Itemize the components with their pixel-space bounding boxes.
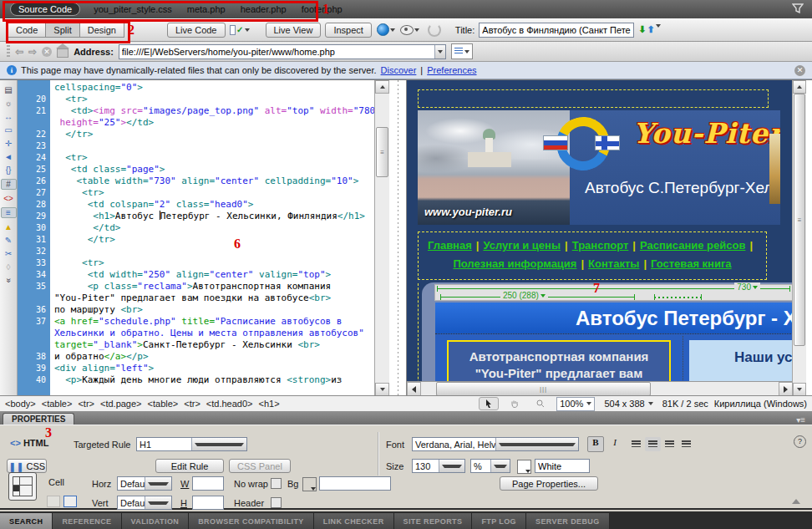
- select-tool-icon[interactable]: [479, 397, 499, 410]
- stop-icon[interactable]: ✕: [42, 47, 52, 57]
- scroll-down-icon[interactable]: [375, 383, 389, 396]
- results-tab-ftp-log[interactable]: FTP LOG: [472, 513, 526, 529]
- code-row[interactable]: 37<a href="schedule.php" title="Расписан…: [18, 316, 374, 328]
- page-properties-button[interactable]: Page Properties...: [500, 476, 598, 491]
- magnification-select[interactable]: 100%: [556, 397, 595, 411]
- tag-selector-item[interactable]: <td.head0>: [206, 399, 253, 409]
- promo-cell[interactable]: Автотранспортная компания "You-Piter" пр…: [447, 340, 671, 384]
- align-left-button[interactable]: [628, 437, 644, 451]
- tag-selector-item[interactable]: <body>: [5, 399, 36, 409]
- code-row[interactable]: height="25"></td>: [18, 117, 374, 129]
- text-color-swatch[interactable]: [517, 460, 531, 474]
- select-parent-tag-icon[interactable]: ◄: [2, 152, 16, 161]
- nav-link[interactable]: Главная: [428, 239, 472, 252]
- size-select[interactable]: 130: [412, 459, 465, 473]
- code-row[interactable]: 20 <tr>: [18, 94, 374, 105]
- tag-selector-item[interactable]: <table>: [42, 399, 73, 409]
- code-row[interactable]: 29 <h1>Автобус Петербург - Хельсинки, Фи…: [18, 211, 374, 222]
- scroll-up-icon[interactable]: [375, 80, 389, 94]
- apply-comment-icon[interactable]: ✎: [2, 236, 16, 245]
- nav-link[interactable]: Услуги и цены: [483, 239, 561, 252]
- results-tab-validation[interactable]: VALIDATION: [122, 513, 190, 529]
- line-numbers-icon[interactable]: #: [1, 179, 17, 190]
- expand-all-icon[interactable]: ✛: [2, 139, 16, 148]
- code-row[interactable]: Хельсинки и обратно. Цены и места отправ…: [18, 328, 374, 339]
- code-row[interactable]: 32: [18, 246, 374, 257]
- address-dropdown-icon[interactable]: [434, 45, 445, 58]
- code-row[interactable]: 31 </tr>: [18, 234, 374, 246]
- cell-width-input[interactable]: [192, 476, 224, 491]
- hand-tool-icon[interactable]: [505, 397, 525, 410]
- code-row[interactable]: 40 <p>Каждый день многие люди отправляют…: [18, 374, 374, 386]
- balance-braces-icon[interactable]: {}: [2, 165, 16, 175]
- table-width-bar[interactable]: 730 250 (288): [434, 284, 792, 301]
- nav-link[interactable]: Полезная информация: [453, 257, 576, 270]
- nav-link[interactable]: Гостевая книга: [651, 257, 732, 270]
- live-view-options-icon[interactable]: [451, 43, 473, 59]
- tag-selector-item[interactable]: <tr>: [78, 399, 94, 409]
- code-row[interactable]: 39<div align="left">: [18, 363, 374, 374]
- back-icon[interactable]: ⇦: [15, 46, 23, 58]
- bg-color-input[interactable]: [319, 476, 391, 491]
- code-rows[interactable]: cellspacing="0">20 <tr>21 <td><img src="…: [18, 82, 374, 394]
- design-horizontal-scrollbar[interactable]: |||: [407, 381, 792, 396]
- syntax-error-alerts-icon[interactable]: ≡: [1, 207, 17, 218]
- design-vertical-scrollbar[interactable]: ≡: [792, 80, 806, 396]
- results-tab-server-debug[interactable]: SERVER DEBUG: [526, 513, 610, 529]
- collapse-selection-icon[interactable]: ▭: [2, 125, 16, 135]
- code-row[interactable]: 24 <tr>: [18, 152, 374, 164]
- title-input[interactable]: [479, 23, 634, 38]
- live-view-button[interactable]: Live View: [266, 23, 322, 38]
- filter-icon[interactable]: [792, 3, 804, 15]
- bg-color-swatch[interactable]: [302, 477, 317, 491]
- code-scroll-thumb[interactable]: ≡: [376, 127, 388, 177]
- inspect-button[interactable]: Inspect: [325, 23, 371, 38]
- tag-selector-item[interactable]: <h1>: [259, 399, 280, 409]
- open-documents-icon[interactable]: ▤: [2, 85, 16, 94]
- nav-link[interactable]: Транспорт: [572, 239, 629, 252]
- home-icon[interactable]: [57, 48, 69, 58]
- text-color-input[interactable]: [535, 459, 590, 473]
- code-row[interactable]: target="_blank">Санкт-Петербург - Хельси…: [18, 339, 374, 351]
- pane-splitter[interactable]: [389, 80, 406, 396]
- results-tab-search[interactable]: SEARCH: [0, 513, 53, 529]
- table-width-menu[interactable]: 730: [734, 282, 760, 292]
- nav-link[interactable]: Контакты: [588, 257, 639, 270]
- code-row[interactable]: 35 <p class="reclama">Автотранспортная к…: [18, 281, 374, 292]
- check-browser-compatibility-icon[interactable]: ✓: [230, 23, 250, 38]
- recent-snippets-icon[interactable]: »: [4, 273, 13, 287]
- code-vertical-scrollbar[interactable]: ≡: [374, 80, 389, 396]
- file-management-icon[interactable]: ⬇⬆: [638, 24, 660, 35]
- tag-selector-item[interactable]: <table>: [148, 399, 179, 409]
- help-icon[interactable]: ?: [794, 435, 806, 448]
- scroll-left-icon[interactable]: [407, 382, 421, 396]
- code-row[interactable]: 34 <td width="250" align="center" valign…: [18, 269, 374, 281]
- address-input[interactable]: [119, 47, 434, 57]
- code-row[interactable]: 26 <table width="730" align="center" cel…: [18, 175, 374, 187]
- align-center-button[interactable]: [645, 437, 661, 451]
- code-row[interactable]: 38и обратно</a></p>: [18, 351, 374, 363]
- code-row[interactable]: 30 </td>: [18, 222, 374, 234]
- design-view[interactable]: www.you-piter.ru You-Piter Автобус С.Пет…: [406, 80, 792, 396]
- split-cell-icon[interactable]: [63, 496, 77, 507]
- content-table-row[interactable]: Автотранспортная компания "You-Piter" пр…: [435, 333, 792, 381]
- highlight-invalid-code-icon[interactable]: <>: [2, 194, 16, 203]
- code-row[interactable]: 21 <td><img src="images/page_top.png" al…: [18, 105, 374, 117]
- bold-button[interactable]: B: [587, 436, 604, 452]
- results-tab-reference[interactable]: REFERENCE: [53, 513, 121, 529]
- code-row[interactable]: cellspacing="0">: [18, 82, 374, 94]
- toolbar-grip[interactable]: [7, 45, 10, 58]
- no-wrap-checkbox[interactable]: [271, 478, 282, 489]
- cell-height-input[interactable]: [192, 496, 224, 510]
- tag-selector-item[interactable]: <td.page>: [100, 399, 142, 409]
- code-row[interactable]: 33 <tr>: [18, 257, 374, 269]
- nav-link[interactable]: Расписание рейсов: [640, 239, 745, 252]
- code-row[interactable]: 25 <td class="page">: [18, 164, 374, 175]
- remove-comment-icon[interactable]: ✂: [2, 249, 16, 258]
- italic-button[interactable]: I: [606, 436, 623, 452]
- results-tab-link-checker[interactable]: LINK CHECKER: [314, 513, 394, 529]
- collapse-full-tag-icon[interactable]: ↔: [2, 112, 16, 121]
- panel-menu-icon[interactable]: ▾≡: [796, 415, 805, 425]
- align-justify-button[interactable]: [678, 437, 694, 451]
- scroll-down-icon[interactable]: [793, 383, 806, 396]
